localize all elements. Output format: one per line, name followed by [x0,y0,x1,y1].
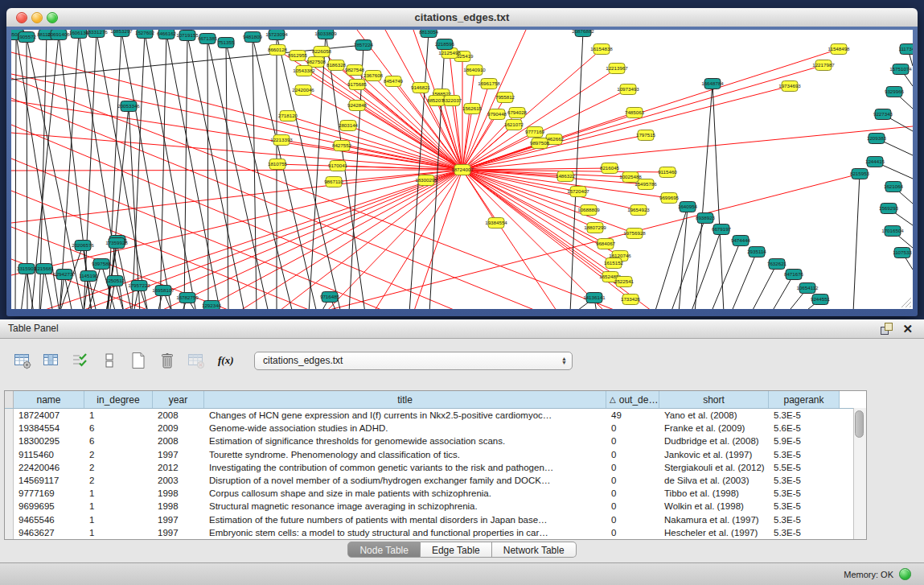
graph-node[interactable]: 10543382 [293,66,315,76]
graph-node[interactable]: 10973493 [617,84,639,95]
graph-node[interactable]: 22420046 [292,85,314,96]
graph-node[interactable]: 1733426 [621,295,641,305]
graph-node[interactable]: 18724007 [451,165,474,175]
graph-node[interactable]: 6466162 [157,30,177,39]
delete-table-icon[interactable] [156,350,178,371]
graph-node[interactable]: 6679197 [712,225,732,235]
graph-node[interactable]: 17957223 [128,281,150,291]
graph-node[interactable]: 9227343 [873,109,893,120]
graph-node[interactable]: 2367608 [363,71,384,81]
graph-node[interactable]: 10654112 [796,283,819,294]
graph-node[interactable]: 1615152 [604,258,624,269]
graph-node[interactable]: 8186328 [326,60,347,71]
graph-node[interactable]: 12217987 [812,60,835,71]
function-icon[interactable]: f(x) [214,350,236,371]
table-row[interactable]: 946554611997Estimation of the future num… [5,513,866,526]
table-row[interactable]: 2242004622012Investigating the contribut… [5,461,866,474]
graph-node[interactable]: 2935114 [747,247,766,257]
graph-node[interactable]: 17359928 [105,238,128,249]
graph-node[interactable]: 7485063 [625,108,645,118]
graph-node[interactable]: 12213967 [606,64,628,74]
tab-node-table[interactable]: Node Table [347,542,421,558]
graph-node[interactable]: 2218596 [435,39,455,50]
graph-node[interactable]: 1797515 [636,130,656,141]
graph-node[interactable]: 18300295 [415,175,437,186]
graph-node[interactable]: 1215681 [35,264,55,274]
graph-node[interactable]: 16648784 [701,79,724,89]
graph-node[interactable]: 9175685 [347,80,368,90]
graph-node[interactable]: 1569293 [879,204,899,214]
graph-node[interactable]: 1640954 [678,202,698,212]
column-header-name[interactable]: name [14,391,84,408]
new-table-icon[interactable] [127,350,149,371]
column-header-short[interactable]: short [659,391,769,408]
graph-node[interactable]: 9481809 [243,32,263,43]
graph-node[interactable]: 9790448 [487,109,507,120]
graph-node[interactable]: 1562615 [462,104,483,114]
graph-node[interactable]: 16782759 [176,293,199,303]
show-columns-icon[interactable] [40,350,62,371]
graph-node[interactable]: 8912955 [288,51,308,61]
graph-node[interactable]: 1905572 [17,32,37,43]
graph-node[interactable]: 751355 [218,38,235,48]
table-row[interactable]: 977716911998Corpus callosum shape and si… [5,487,866,500]
table-settings-icon[interactable] [11,350,33,371]
window-titlebar[interactable]: citations_edges.txt [6,8,918,27]
graph-node[interactable]: 6794028 [507,108,528,118]
table-row[interactable]: 1872400712008Changes of HCN gene express… [5,409,866,422]
graph-node[interactable]: 9827548 [345,65,365,76]
column-header-year[interactable]: year [153,391,204,408]
graph-node[interactable]: 8216045 [600,163,620,174]
graph-node[interactable]: 15723094 [265,30,288,40]
graph-node[interactable]: 9897508 [530,138,550,149]
graph-node[interactable]: 11548498 [827,44,850,55]
resize-grip-icon[interactable] [898,295,913,309]
graph-node[interactable]: 9474444 [731,236,751,246]
graph-node[interactable]: 1117344 [898,44,913,55]
graph-node[interactable]: 9699695 [659,193,680,204]
graph-node[interactable]: 1486322 [556,171,576,182]
graph-node[interactable]: 8322037 [442,96,462,106]
graph-node[interactable]: 3315901 [17,264,37,274]
delete-table-disabled-icon[interactable] [185,350,207,371]
network-graph[interactable]: 1872400718300295866012889129558226058982… [11,30,913,309]
column-header-out_de[interactable]: △out_de… [606,391,659,408]
graph-node[interactable]: 16033809 [314,30,337,39]
column-header-title[interactable]: title [204,391,606,408]
close-panel-icon[interactable]: ✕ [902,323,913,335]
scrollbar-thumb[interactable] [855,410,864,438]
graph-node[interactable]: 1107533 [893,248,912,258]
graph-node[interactable]: 1250512 [105,276,125,286]
graph-node[interactable]: 9397588 [92,259,112,270]
graph-node[interactable]: 9716485 [320,292,340,303]
graph-node[interactable]: 1527602 [135,30,155,39]
graph-node[interactable]: 8813054 [419,30,439,38]
graph-node[interactable]: 8454749 [384,76,404,87]
graph-node[interactable]: 8215953 [850,169,870,179]
table-row[interactable]: 969969511998Structural magnetic resonanc… [5,500,866,513]
graph-node[interactable]: 15720407 [567,187,589,197]
graph-node[interactable]: 18640910 [463,65,486,76]
float-panel-icon[interactable] [881,323,893,335]
graph-node[interactable]: 15495786 [634,179,657,190]
graph-node[interactable]: 7632621 [767,259,787,270]
graph-node[interactable]: 16961758 [478,79,500,89]
graph-node[interactable]: 19384554 [485,218,507,229]
table-row[interactable]: 1456911722003Disruption of a novel membe… [5,474,866,487]
graph-node[interactable]: 9684067 [596,239,616,249]
graph-node[interactable]: 9146821 [411,83,431,93]
graph-node[interactable]: 10688809 [577,205,600,216]
graph-node[interactable]: 7955812 [495,93,515,103]
table-row[interactable]: 1938455462009Genome-wide association stu… [5,422,866,435]
graph-node[interactable]: 20876882 [572,30,594,37]
graph-node[interactable]: 14136141 [583,293,606,303]
graph-node[interactable]: 19756928 [623,229,646,239]
graph-node[interactable]: 1292344 [202,301,222,310]
graph-node[interactable]: 1145190 [79,271,98,282]
graph-node[interactable]: 19734693 [778,81,801,92]
graph-node[interactable]: 9170041 [328,161,348,171]
graph-node[interactable]: 1244415 [865,157,885,167]
graph-node[interactable]: 10719155 [176,31,199,41]
table-row[interactable]: 911546021997Tourette syndrome. Phenomeno… [5,448,866,461]
graph-node[interactable]: 15751074 [889,64,912,75]
